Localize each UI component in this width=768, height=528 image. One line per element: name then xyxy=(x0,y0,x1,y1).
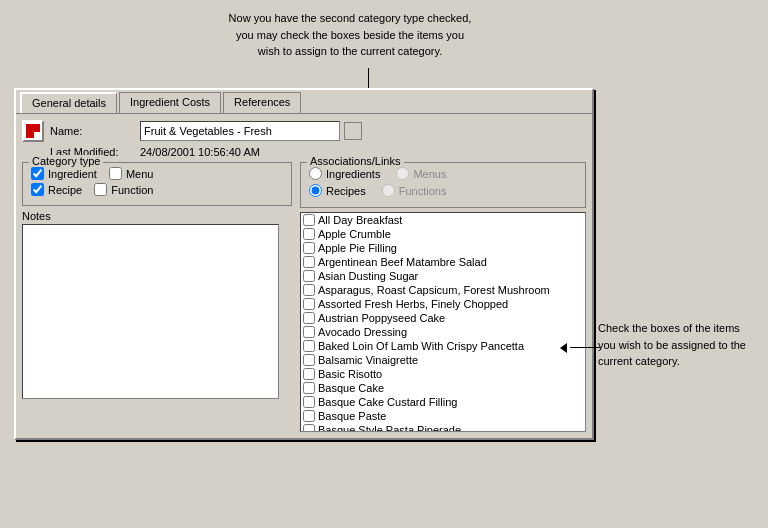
menus-radio-item: Menus xyxy=(396,167,446,180)
name-label: Name: xyxy=(50,125,140,137)
list-item-checkbox[interactable] xyxy=(303,368,315,380)
list-item-checkbox[interactable] xyxy=(303,298,315,310)
list-item-label: Asian Dusting Sugar xyxy=(318,270,418,282)
tab-general-details-label: General details xyxy=(32,97,106,109)
right-panel: Associations/Links Ingredients Menus xyxy=(300,162,586,432)
notes-section: Notes xyxy=(22,210,292,401)
list-item[interactable]: Basque Cake xyxy=(301,381,585,395)
ingredients-radio-item: Ingredients xyxy=(309,167,380,180)
function-label: Function xyxy=(111,184,153,196)
list-item-label: Argentinean Beef Matambre Salad xyxy=(318,256,487,268)
content-layout: Category type Ingredient Menu xyxy=(22,162,586,432)
list-item-checkbox[interactable] xyxy=(303,382,315,394)
name-row: Name: xyxy=(22,120,586,142)
associations-legend: Associations/Links xyxy=(307,155,404,167)
list-item-checkbox[interactable] xyxy=(303,214,315,226)
recipes-list[interactable]: All Day BreakfastApple CrumbleApple Pie … xyxy=(300,212,586,432)
list-item-label: Basque Paste xyxy=(318,410,387,422)
list-item-label: Apple Crumble xyxy=(318,228,391,240)
right-arrow-head xyxy=(560,343,567,353)
list-item-label: Apple Pie Filling xyxy=(318,242,397,254)
category-type-group: Category type Ingredient Menu xyxy=(22,162,292,206)
radio-row-1: Ingredients Menus xyxy=(309,167,577,180)
list-item-label: All Day Breakfast xyxy=(318,214,402,226)
recipe-checkbox[interactable] xyxy=(31,183,44,196)
list-item[interactable]: Argentinean Beef Matambre Salad xyxy=(301,255,585,269)
menu-check-item: Menu xyxy=(109,167,154,180)
list-item-checkbox[interactable] xyxy=(303,242,315,254)
last-modified-row: Last Modified: 24/08/2001 10:56:40 AM xyxy=(22,146,586,158)
menu-checkbox[interactable] xyxy=(109,167,122,180)
category-type-legend: Category type xyxy=(29,155,103,167)
list-item[interactable]: Assorted Fresh Herbs, Finely Chopped xyxy=(301,297,585,311)
tooltip-line1: Now you have the second category type ch… xyxy=(229,12,472,24)
list-item-checkbox[interactable] xyxy=(303,284,315,296)
tab-references-label: References xyxy=(234,96,290,108)
functions-radio-label: Functions xyxy=(399,185,447,197)
left-panel: Category type Ingredient Menu xyxy=(22,162,292,432)
list-item[interactable]: Avocado Dressing xyxy=(301,325,585,339)
list-item[interactable]: Apple Pie Filling xyxy=(301,241,585,255)
list-item[interactable]: Baked Loin Of Lamb With Crispy Pancetta xyxy=(301,339,585,353)
list-item[interactable]: Basque Paste xyxy=(301,409,585,423)
list-item-label: Basque Cake xyxy=(318,382,384,394)
associations-group: Associations/Links Ingredients Menus xyxy=(300,162,586,208)
last-modified-value: 24/08/2001 10:56:40 AM xyxy=(140,146,260,158)
list-item-checkbox[interactable] xyxy=(303,270,315,282)
list-item-checkbox[interactable] xyxy=(303,424,315,432)
list-item-label: Asparagus, Roast Capsicum, Forest Mushro… xyxy=(318,284,550,296)
functions-radio-item: Functions xyxy=(382,184,447,197)
list-item-label: Basque Style Pasta Piperade xyxy=(318,424,461,432)
list-item[interactable]: All Day Breakfast xyxy=(301,213,585,227)
ingredients-radio[interactable] xyxy=(309,167,322,180)
list-item[interactable]: Asparagus, Roast Capsicum, Forest Mushro… xyxy=(301,283,585,297)
main-window: General details Ingredient Costs Referen… xyxy=(14,88,594,440)
list-item-checkbox[interactable] xyxy=(303,326,315,338)
tab-references[interactable]: References xyxy=(223,92,301,113)
category-row-1: Ingredient Menu xyxy=(31,167,283,180)
recipes-radio[interactable] xyxy=(309,184,322,197)
tab-bar: General details Ingredient Costs Referen… xyxy=(16,90,592,113)
function-check-item: Function xyxy=(94,183,153,196)
tab-general-details[interactable]: General details xyxy=(20,92,117,113)
recipes-radio-item: Recipes xyxy=(309,184,366,197)
tab-ingredient-costs[interactable]: Ingredient Costs xyxy=(119,92,221,113)
name-button[interactable] xyxy=(344,122,362,140)
list-item[interactable]: Balsamic Vinaigrette xyxy=(301,353,585,367)
ingredient-label: Ingredient xyxy=(48,168,97,180)
list-item-checkbox[interactable] xyxy=(303,340,315,352)
ingredient-checkbox[interactable] xyxy=(31,167,44,180)
list-item[interactable]: Basic Risotto xyxy=(301,367,585,381)
recipes-radio-label: Recipes xyxy=(326,185,366,197)
list-item-label: Balsamic Vinaigrette xyxy=(318,354,418,366)
tooltip-line2: you may check the boxes beside the items… xyxy=(236,29,464,41)
ingredient-check-item: Ingredient xyxy=(31,167,97,180)
list-item-checkbox[interactable] xyxy=(303,312,315,324)
list-item-checkbox[interactable] xyxy=(303,396,315,408)
notes-textarea[interactable] xyxy=(22,224,279,399)
list-item-label: Austrian Poppyseed Cake xyxy=(318,312,445,324)
icon-image xyxy=(26,124,40,138)
list-item-checkbox[interactable] xyxy=(303,256,315,268)
functions-radio[interactable] xyxy=(382,184,395,197)
tab-ingredient-costs-label: Ingredient Costs xyxy=(130,96,210,108)
list-item-checkbox[interactable] xyxy=(303,228,315,240)
name-input[interactable] xyxy=(140,121,340,141)
menus-radio-label: Menus xyxy=(413,168,446,180)
right-note: Check the boxes of the items you wish to… xyxy=(598,320,753,370)
ingredients-radio-label: Ingredients xyxy=(326,168,380,180)
list-item-label: Assorted Fresh Herbs, Finely Chopped xyxy=(318,298,508,310)
menus-radio[interactable] xyxy=(396,167,409,180)
list-item[interactable]: Austrian Poppyseed Cake xyxy=(301,311,585,325)
category-row-2: Recipe Function xyxy=(31,183,283,196)
list-item[interactable]: Basque Cake Custard Filling xyxy=(301,395,585,409)
list-item[interactable]: Asian Dusting Sugar xyxy=(301,269,585,283)
list-item[interactable]: Basque Style Pasta Piperade xyxy=(301,423,585,432)
tab-content: Name: Last Modified: 24/08/2001 10:56:40… xyxy=(16,113,592,438)
function-checkbox[interactable] xyxy=(94,183,107,196)
radio-row-2: Recipes Functions xyxy=(309,184,577,197)
list-item-checkbox[interactable] xyxy=(303,354,315,366)
list-item[interactable]: Apple Crumble xyxy=(301,227,585,241)
list-item-checkbox[interactable] xyxy=(303,410,315,422)
list-item-label: Basque Cake Custard Filling xyxy=(318,396,457,408)
